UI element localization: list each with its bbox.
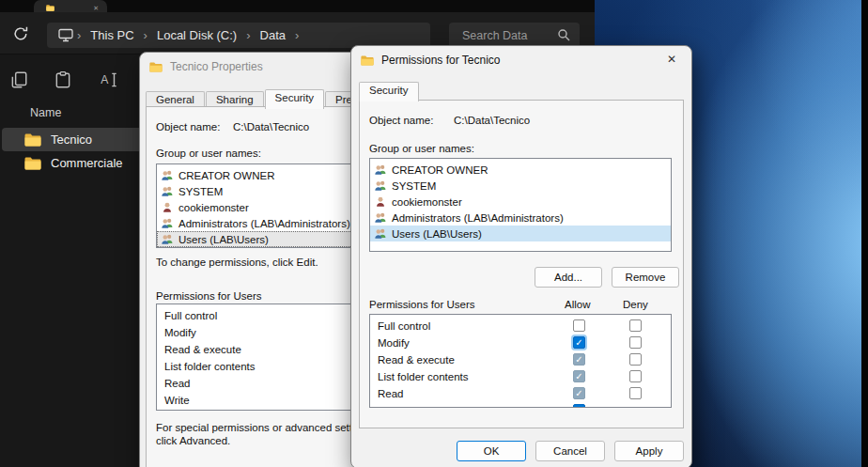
group-label: Users (LAB\Users): [392, 228, 482, 240]
group-icon: [161, 169, 174, 181]
remove-button[interactable]: Remove: [612, 267, 679, 288]
group-list-item[interactable]: Administrators (LAB\Administrators): [370, 210, 671, 226]
permissions-header: Permissions for Users: [369, 299, 474, 310]
copy-icon[interactable]: [9, 70, 28, 89]
group-list-item-selected[interactable]: Users (LAB\Users): [370, 226, 671, 241]
advanced-hint-line2: click Advanced.: [156, 435, 230, 446]
group-label: Administrators (LAB\Administrators): [392, 212, 564, 224]
group-icon: [374, 227, 387, 240]
advanced-hint-line1: For special permissions or advanced sett…: [156, 422, 353, 433]
allow-checkbox[interactable]: [573, 404, 585, 408]
permission-row-partial[interactable]: [370, 402, 671, 408]
allow-column-header: Allow: [565, 299, 590, 310]
allow-checkbox[interactable]: [573, 336, 585, 349]
group-label: SYSTEM: [178, 186, 223, 197]
group-list-item[interactable]: cookiemonster: [370, 194, 671, 210]
group-user-list[interactable]: CREATOR OWNER SYSTEM cookiemonster Admin…: [369, 158, 672, 252]
permission-row[interactable]: Modify: [370, 335, 671, 351]
search-input[interactable]: [449, 23, 566, 48]
tab-close-icon[interactable]: ✕: [93, 5, 99, 11]
group-label: Administrators (LAB\Administrators): [178, 218, 350, 229]
permission-row[interactable]: List folder contents: [370, 368, 671, 385]
deny-checkbox[interactable]: [629, 370, 642, 382]
breadcrumb: › This PC › Local Disk (C:) › Data ›: [47, 23, 430, 48]
tab-security[interactable]: Security: [265, 89, 325, 109]
search-icon: [557, 28, 570, 45]
deny-column-header: Deny: [623, 299, 648, 310]
refresh-icon[interactable]: [12, 25, 29, 42]
ok-button[interactable]: OK: [457, 441, 526, 461]
permission-label: Read & execute: [164, 344, 241, 355]
folder-icon: [149, 62, 163, 72]
group-list-item[interactable]: SYSTEM: [370, 178, 671, 194]
edit-hint-text: To change permissions, click Edit.: [156, 257, 318, 268]
permission-label: Read: [164, 378, 191, 389]
deny-checkbox[interactable]: [629, 336, 642, 349]
dialog-title: Permissions for Tecnico: [381, 54, 501, 67]
permission-label: Full control: [164, 310, 217, 321]
group-label: SYSTEM: [392, 180, 436, 192]
file-name: Commerciale: [51, 156, 123, 170]
group-icon: [374, 179, 387, 192]
column-header-name[interactable]: Name: [30, 106, 61, 119]
breadcrumb-chevron-icon: ›: [142, 28, 149, 42]
folder-icon: [24, 157, 41, 170]
permission-label: Read & execute: [378, 354, 455, 366]
deny-checkbox[interactable]: [629, 319, 642, 332]
apply-button[interactable]: Apply: [614, 441, 684, 461]
group-icon: [161, 185, 174, 197]
cancel-button[interactable]: Cancel: [535, 441, 605, 461]
user-icon: [161, 201, 174, 213]
explorer-tab-strip: ✕: [0, 0, 595, 12]
desktop: ✕ › This PC › Local Disk (C:) › Data ›: [0, 0, 868, 467]
permission-row[interactable]: Full control: [370, 318, 671, 335]
object-name-value: C:\Data\Tecnico: [454, 115, 530, 126]
allow-checkbox[interactable]: [573, 387, 585, 399]
group-icon: [161, 233, 174, 245]
permission-row[interactable]: Read & execute: [370, 351, 671, 368]
file-name: Tecnico: [51, 132, 92, 147]
group-label: cookiemonster: [178, 202, 249, 213]
permission-row[interactable]: Read: [370, 385, 671, 402]
object-name-label: Object name:: [156, 121, 220, 132]
tab-security[interactable]: Security: [359, 82, 419, 101]
allow-checkbox[interactable]: [573, 319, 585, 332]
tab-folder-icon: [46, 5, 54, 11]
group-label: CREATOR OWNER: [392, 164, 488, 176]
permission-label: List folder contents: [378, 371, 469, 382]
breadcrumb-chevron-icon: ›: [244, 28, 252, 42]
group-label: cookiemonster: [392, 196, 462, 208]
deny-checkbox[interactable]: [629, 353, 642, 366]
object-name-label: Object name:: [369, 115, 433, 126]
rename-icon[interactable]: A: [99, 70, 117, 89]
breadcrumb-chevron-icon: ›: [293, 28, 301, 42]
permission-label: Write: [164, 395, 190, 406]
explorer-tab[interactable]: ✕: [34, 0, 107, 12]
group-icon: [374, 211, 387, 224]
screen-right-edge: [861, 0, 868, 467]
permission-label: Full control: [378, 320, 430, 332]
close-icon[interactable]: ✕: [663, 53, 680, 68]
group-icon: [161, 217, 174, 229]
object-name-value: C:\Data\Tecnico: [233, 121, 309, 132]
breadcrumb-this-pc[interactable]: This PC: [83, 28, 141, 42]
add-button[interactable]: Add...: [535, 267, 602, 288]
group-list-item[interactable]: CREATOR OWNER: [370, 162, 671, 178]
permissions-checkbox-list[interactable]: Full control Modify Read & execute List …: [369, 314, 672, 408]
breadcrumb-local-disk-c[interactable]: Local Disk (C:): [149, 28, 244, 42]
allow-checkbox[interactable]: [573, 370, 585, 382]
group-label: Users (LAB\Users): [178, 234, 269, 245]
allow-checkbox[interactable]: [573, 353, 585, 366]
search-box: [449, 23, 580, 48]
folder-icon: [361, 55, 374, 66]
group-label: CREATOR OWNER: [178, 170, 274, 181]
this-pc-icon: [58, 28, 73, 42]
paste-icon[interactable]: [54, 70, 72, 89]
dialog-title: Tecnico Properties: [170, 60, 263, 73]
folder-icon: [24, 133, 41, 147]
deny-checkbox[interactable]: [629, 387, 642, 399]
permissions-dialog-titlebar[interactable]: Permissions for Tecnico: [351, 46, 691, 74]
permission-label: Read: [378, 388, 404, 399]
permissions-header: Permissions for Users: [156, 290, 261, 302]
breadcrumb-data[interactable]: Data: [253, 28, 293, 42]
